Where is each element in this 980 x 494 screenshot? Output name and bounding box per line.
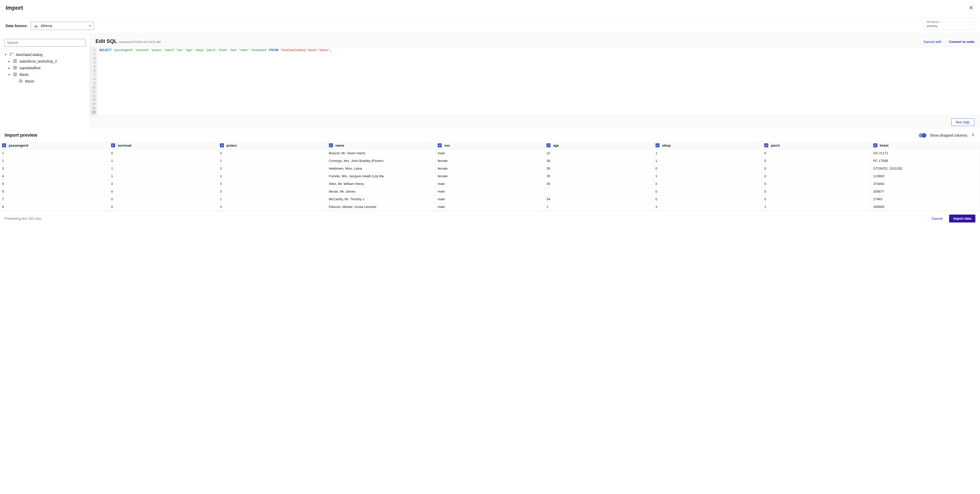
close-icon[interactable]: ✕ <box>968 3 974 12</box>
column-label: sex <box>444 143 450 147</box>
schema-node-titanic[interactable]: ▾ titanic <box>8 71 86 78</box>
table-cell: 0 <box>762 165 871 172</box>
column-header-age[interactable]: ✓age <box>544 142 653 150</box>
column-label: pclass <box>226 143 237 147</box>
schema-icon <box>13 73 18 76</box>
schema-icon <box>13 59 18 63</box>
table-cell: STON/O2. 3101282 <box>871 165 980 172</box>
data-source-select[interactable]: Athena ▼ <box>31 22 94 30</box>
run-sql-button[interactable]: Run SQL <box>951 118 974 126</box>
table-row[interactable]: 103Braund, Mr. Owen Harrismale2210A/5 21… <box>0 150 980 157</box>
convert-to-node-button[interactable]: Convert to node <box>949 40 974 44</box>
collapse-icon[interactable] <box>971 132 975 138</box>
preview-table: ✓passengerid✓survived✓pclass✓name✓sex✓ag… <box>0 142 980 211</box>
column-checkbox[interactable]: ✓ <box>873 143 877 147</box>
column-header-sibsp[interactable]: ✓sibsp <box>653 142 762 150</box>
column-header-passengerid[interactable]: ✓passengerid <box>0 142 109 150</box>
data-source-bar: Data Source: Athena ▼ Workgroup <box>0 18 980 34</box>
table-cell: 0 <box>653 165 762 172</box>
table-cell: 0 <box>109 195 218 203</box>
search-input[interactable] <box>4 39 86 46</box>
table-row[interactable]: 803Palsson, Master. Gosta Leonardmale231… <box>0 203 980 211</box>
svg-rect-14 <box>19 80 22 83</box>
column-checkbox[interactable]: ✓ <box>2 143 6 147</box>
show-dropped-toggle[interactable] <box>919 133 926 137</box>
column-header-ticket[interactable]: ✓ticket <box>871 142 980 150</box>
footer-bar: Previewing first 100 rows Cancel Import … <box>0 211 980 226</box>
line-gutter: 12345678910111213141516 <box>90 47 97 115</box>
svg-rect-5 <box>13 59 17 60</box>
svg-rect-13 <box>13 75 17 76</box>
table-cell: female <box>436 165 544 172</box>
table-cell: 113803 <box>871 172 980 180</box>
column-checkbox[interactable]: ✓ <box>764 143 768 147</box>
table-cell: 330877 <box>871 188 980 195</box>
catalog-node[interactable]: ▾ AwsDataCatalog <box>4 51 86 58</box>
table-label: titanic <box>25 79 35 83</box>
table-cell: 3 <box>218 188 326 195</box>
workgroup-label: Workgroup <box>926 21 940 23</box>
table-cell: 3 <box>218 180 326 188</box>
schema-node-salesforce[interactable]: ▸ salesforce_workshop_2 <box>8 58 86 65</box>
table-cell: 1 <box>653 150 762 157</box>
code-area[interactable]: SELECT "passengerid", "survived", "pclas… <box>97 47 980 115</box>
table-cell: Braund, Mr. Owen Harris <box>326 150 435 157</box>
table-cell: 6 <box>0 188 109 195</box>
column-checkbox[interactable]: ✓ <box>111 143 115 147</box>
table-row[interactable]: 313Heikkinen, Miss. Lainafemale2600STON/… <box>0 165 980 172</box>
table-row[interactable]: 503Allen, Mr. William Henrymale350037345… <box>0 180 980 188</box>
column-header-parch[interactable]: ✓parch <box>762 142 871 150</box>
column-checkbox[interactable]: ✓ <box>329 143 333 147</box>
table-cell: 3 <box>0 165 109 172</box>
table-cell: 0 <box>653 180 762 188</box>
cancel-button[interactable]: Cancel <box>928 215 947 223</box>
table-cell: 373450 <box>871 180 980 188</box>
column-checkbox[interactable]: ✓ <box>546 143 550 147</box>
table-cell: 0 <box>653 195 762 203</box>
sql-editor[interactable]: 12345678910111213141516 SELECT "passenge… <box>90 47 980 115</box>
table-node-titanic[interactable]: titanic <box>18 78 86 84</box>
table-cell: 3 <box>218 203 326 211</box>
table-cell: 3 <box>218 165 326 172</box>
svg-rect-6 <box>13 61 17 61</box>
table-cell: Allen, Mr. William Henry <box>326 180 435 188</box>
table-cell: 0 <box>762 195 871 203</box>
column-header-pclass[interactable]: ✓pclass <box>218 142 326 150</box>
svg-rect-12 <box>13 74 17 75</box>
column-checkbox[interactable]: ✓ <box>438 143 442 147</box>
column-header-survived[interactable]: ✓survived <box>109 142 218 150</box>
column-header-sex[interactable]: ✓sex <box>436 142 544 150</box>
table-cell: 0 <box>653 188 762 195</box>
table-cell: 1 <box>653 157 762 165</box>
column-checkbox[interactable]: ✓ <box>655 143 660 147</box>
table-cell: A/5 21171 <box>871 150 980 157</box>
schema-node-sapodataflow[interactable]: ▸ sapodataflow <box>8 65 86 71</box>
sidebar: ▾ AwsDataCatalog ▸ salesforce_workshop_2… <box>0 34 90 129</box>
table-row[interactable]: 701McCarthy, Mr. Timothy Jmale540017463 <box>0 195 980 203</box>
column-header-name[interactable]: ✓name <box>326 142 435 150</box>
preview-table-wrap: ✓passengerid✓survived✓pclass✓name✓sex✓ag… <box>0 142 980 211</box>
data-source-label: Data Source: <box>6 24 27 28</box>
cancel-edit-button[interactable]: Cancel edit <box>924 40 941 44</box>
table-cell: 3 <box>218 150 326 157</box>
svg-rect-10 <box>13 69 17 69</box>
table-row[interactable]: 211Cumings, Mrs. John Bradley (Florencfe… <box>0 157 980 165</box>
kw-from: FROM <box>269 48 278 52</box>
import-data-button[interactable]: Import data <box>949 215 975 223</box>
table-cell: 1 <box>218 195 326 203</box>
table-row[interactable]: 411Futrelle, Mrs. Jacques Heath (Lily Ma… <box>0 172 980 180</box>
table-cell: 35 <box>544 172 653 180</box>
table-cell: 1 <box>109 172 218 180</box>
athena-icon <box>33 23 38 28</box>
table-row[interactable]: 603Moran, Mr. Jamesmale00330877 <box>0 188 980 195</box>
column-checkbox[interactable]: ✓ <box>220 143 224 147</box>
table-cell: female <box>436 172 544 180</box>
table-cell: 22 <box>544 150 653 157</box>
caret-down-icon: ▾ <box>4 53 7 56</box>
table-cell: 1 <box>762 203 871 211</box>
workgroup-input[interactable] <box>924 22 974 30</box>
column-label: sibsp <box>662 143 671 147</box>
table-cell: female <box>436 157 544 165</box>
table-cell: 1 <box>109 157 218 165</box>
schema-icon <box>13 66 18 70</box>
